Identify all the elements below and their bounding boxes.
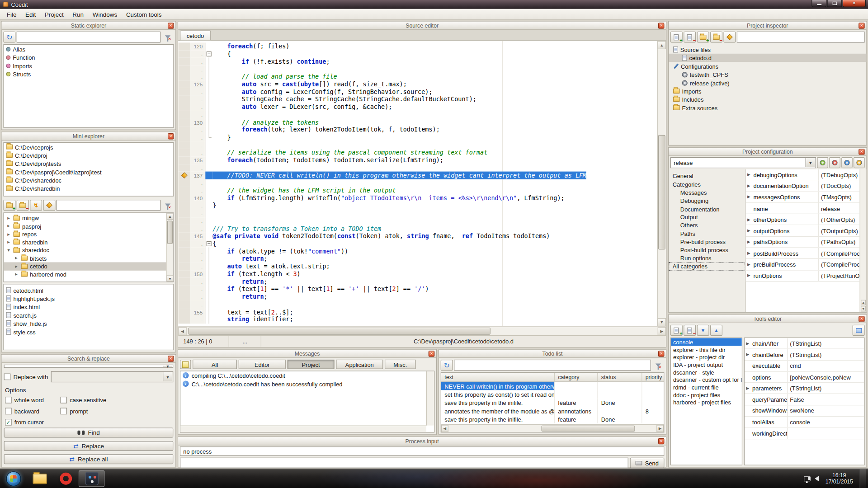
property-row[interactable]: chainBefore(TStringList)	[745, 349, 864, 361]
sync-configuration-button[interactable]	[854, 157, 864, 168]
todo-row[interactable]: save this property in the inifile.featur…	[441, 399, 664, 407]
messages-horizontal-scrollbar[interactable]	[180, 426, 426, 432]
messages-tab-project[interactable]: Project	[288, 360, 335, 369]
code-line[interactable]: .// load and parse the file	[178, 73, 666, 80]
add-folder-button[interactable]: +	[697, 32, 709, 42]
expand-arrow-icon[interactable]	[747, 240, 750, 244]
replace-button[interactable]: Replace	[4, 441, 174, 451]
todo-column-header[interactable]: status	[598, 373, 642, 381]
symbol-filter-input[interactable]	[17, 32, 160, 42]
tool-item[interactable]: IDA - project output	[671, 361, 742, 368]
property-row[interactable]: queryParametFalse	[745, 394, 864, 405]
scroll-down-icon[interactable]	[167, 275, 174, 282]
scroll-up-icon[interactable]	[167, 213, 174, 220]
remove-tool-button[interactable]: −	[684, 325, 696, 336]
file-item[interactable]: show_hide.js	[4, 319, 174, 328]
explorer-filter-input[interactable]	[57, 200, 160, 211]
code-line[interactable]: .	[178, 210, 666, 217]
shell-open-button[interactable]	[30, 200, 42, 211]
menu-item-windows[interactable]: Windows	[88, 9, 122, 19]
config-category[interactable]: All categories	[669, 262, 745, 270]
favorite-folder-item[interactable]: C:\Dev\dproj\tests	[4, 160, 174, 168]
messages-tab-editor[interactable]: Editor	[239, 360, 286, 369]
config-category[interactable]: Messages	[669, 188, 745, 197]
scroll-right-icon[interactable]	[658, 327, 666, 335]
property-row[interactable]: namerelease	[745, 203, 859, 214]
expand-arrow-icon[interactable]	[747, 229, 750, 233]
minimize-button[interactable]	[811, 0, 826, 7]
tree-scrollbar[interactable]	[166, 213, 173, 282]
property-row[interactable]: chainAfter(TStringList)	[745, 338, 864, 349]
scrollbar-thumb[interactable]	[188, 328, 491, 335]
tool-item[interactable]: dscanner - custom opt for file	[671, 376, 742, 384]
inspector-item[interactable]: Source files	[669, 45, 866, 53]
tree-toggle-icon[interactable]	[6, 216, 11, 221]
expand-arrow-icon[interactable]	[747, 183, 750, 188]
config-category[interactable]: Debugging	[669, 197, 745, 205]
todo-row[interactable]: NEVER call writeln() in this program oth…	[441, 382, 664, 390]
todo-row[interactable]: save this property in the inifile.featur…	[441, 415, 664, 423]
code-line[interactable]: 150if (text.length < 3)	[178, 270, 666, 278]
show-desktop-button[interactable]	[860, 469, 866, 488]
find-button[interactable]: Find	[4, 428, 174, 438]
filter-button[interactable]	[652, 360, 664, 371]
messages-tab-application[interactable]: Application	[336, 360, 383, 369]
expand-arrow-icon[interactable]	[747, 251, 750, 256]
close-panel-icon[interactable]	[658, 438, 664, 444]
replace-term-combo[interactable]	[51, 371, 174, 382]
property-row[interactable]: runOptions(TProjectRunO	[745, 270, 859, 282]
scroll-down-icon[interactable]	[658, 318, 666, 326]
code-line[interactable]: .auto lexer = DLexer(src, config, &cache…	[178, 103, 666, 111]
tool-item[interactable]: explorer - project dir	[671, 353, 742, 361]
todo-column-header[interactable]: category	[555, 373, 598, 381]
code-line[interactable]: .string identifier;	[178, 316, 666, 324]
file-item[interactable]: cetodo.html	[4, 286, 174, 294]
config-category[interactable]: General	[669, 172, 745, 180]
volume-icon[interactable]	[815, 476, 819, 481]
taskbar-explorer-button[interactable]	[27, 470, 53, 487]
config-category[interactable]: Output	[669, 213, 745, 221]
close-panel-icon[interactable]	[859, 23, 864, 28]
property-row[interactable]: debugingOptions(TDebugOpts)	[745, 169, 859, 181]
expand-arrow-icon[interactable]	[747, 217, 750, 222]
tree-toggle-icon[interactable]	[14, 272, 19, 277]
property-row[interactable]: toolAliasconsole	[745, 417, 864, 428]
property-row[interactable]: parameters(TStringList)	[745, 383, 864, 394]
file-item[interactable]: search.js	[4, 311, 174, 319]
code-line[interactable]: 145@safe private void token2TodoItem(con…	[178, 232, 666, 240]
remove-source-button[interactable]: −	[684, 32, 696, 42]
expand-arrow-icon[interactable]	[746, 341, 750, 346]
filter-button[interactable]	[162, 32, 174, 42]
code-line[interactable]: 120foreach(f; files)	[178, 42, 666, 50]
inspector-item[interactable]: testwith_CPFS	[669, 70, 866, 79]
taskbar-clock[interactable]: 16:19 17/01/2015	[823, 472, 855, 485]
code-line[interactable]: .return;	[178, 278, 666, 286]
expand-arrow-icon[interactable]	[747, 195, 750, 199]
code-line[interactable]: 155text = text[2..$];	[178, 308, 666, 316]
message-item[interactable]: compiling C:\...\cetodo\cetodo.coedit	[180, 371, 426, 380]
scroll-left-icon[interactable]	[178, 327, 186, 335]
code-line[interactable]: .StringCache cache = StringCache(StringC…	[178, 96, 666, 103]
start-button[interactable]	[0, 469, 27, 488]
maximize-button[interactable]	[827, 0, 842, 7]
close-panel-icon[interactable]	[658, 23, 664, 28]
static-symbol-item[interactable]: Alias	[4, 45, 174, 53]
tree-toggle-icon[interactable]	[6, 232, 11, 237]
tree-toggle-icon[interactable]	[6, 248, 11, 253]
replace-with-checkbox[interactable]	[4, 374, 11, 380]
property-row[interactable]: showWindowsswoNone	[745, 405, 864, 417]
fold-toggle-icon[interactable]	[207, 52, 212, 56]
explorer-tree-item[interactable]: mingw	[4, 214, 174, 222]
taskbar-opera-button[interactable]	[52, 470, 79, 487]
remove-folder-button[interactable]: −	[710, 32, 722, 42]
scroll-right-icon[interactable]	[656, 425, 664, 432]
tool-item[interactable]: ddoc - project files	[671, 391, 742, 399]
move-tool-up-button[interactable]	[710, 325, 722, 336]
inspector-filter-input[interactable]	[737, 32, 865, 42]
messages-options-button[interactable]	[180, 360, 191, 369]
favorite-folder-item[interactable]: C:\Dev\sharedbin	[4, 184, 174, 192]
messages-tab-misc[interactable]: Misc.	[385, 360, 416, 369]
expand-arrow-icon[interactable]	[746, 386, 750, 390]
todo-column-header[interactable]: priority	[642, 373, 670, 381]
edit-button[interactable]	[43, 200, 56, 211]
